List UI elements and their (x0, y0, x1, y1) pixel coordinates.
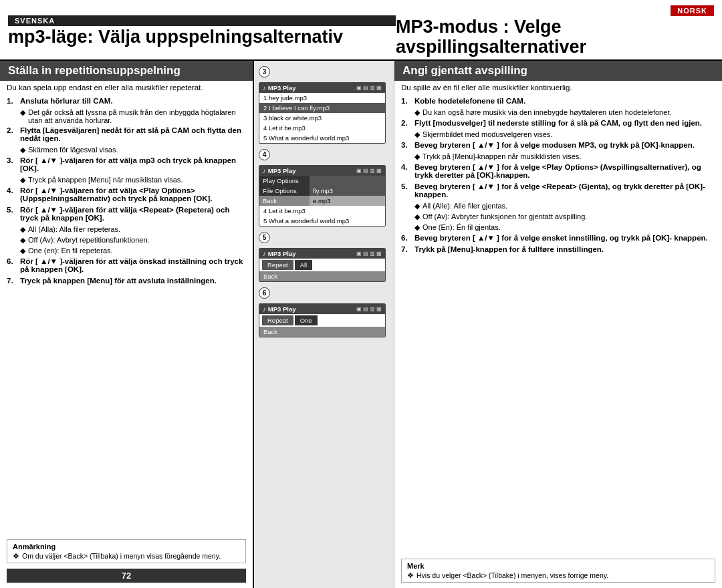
page: SVENSKA mp3-läge: Välja uppspelningsalte… (0, 0, 722, 588)
screen-5-header: ♪ MP3 Play ▣ ▤ ▥ ▦ (259, 249, 385, 259)
step-5: 5. Rör [ ▲/▼ ]-väljaren för att välja <R… (7, 206, 246, 222)
right-step-3: 3. Beveg bryteren [ ▲/▼ ] for å velge mo… (401, 141, 715, 149)
screen-3-row-0: 1 hey jude.mp3 (259, 93, 385, 103)
right-title-block: NORSK MP3-modus : Velge avspillingsalter… (396, 5, 714, 57)
screen-5: ♪ MP3 Play ▣ ▤ ▥ ▦ Repeat All (259, 248, 386, 282)
screen-5-icons: ▣ ▤ ▥ ▦ (356, 251, 382, 257)
screen-6-title: ♪ MP3 Play (263, 305, 295, 313)
right-section-title: Angi gjentatt avspilling (394, 61, 722, 81)
right-step-4: 4. Beveg bryteren [ ▲/▼ ] for å velge <P… (401, 163, 715, 179)
right-intro: Du spille av én fil eller alle musikkfil… (394, 81, 722, 94)
screen-5-step-badge: 5 (259, 232, 270, 243)
step-1-bullet-0: Det går också att lyssna på musik från d… (7, 108, 246, 124)
right-step-2: 2. Flytt [modusvelger] til nederste stil… (401, 119, 715, 127)
right-note: Merk Hvis du velger <Back> (Tilbake) i m… (401, 559, 715, 583)
left-column: Ställa in repetitionsuppspelning Du kan … (0, 61, 254, 588)
screen-3-row-1: 2 I believe I can fly.mp3 (259, 103, 385, 113)
page-number: 72 (7, 569, 246, 583)
screen-4: ♪ MP3 Play ▣ ▤ ▥ ▦ Play Options (259, 165, 386, 227)
title-bar: SVENSKA mp3-läge: Välja uppspelningsalte… (0, 0, 722, 61)
right-step-5-bullet-1: Off (Av): Avbryter funksjonen for gjenta… (401, 212, 715, 221)
left-note: Anmärkning Om du väljer <Back> (Tillbaka… (7, 539, 246, 563)
left-note-0: Om du väljer <Back> (Tillbaka) i menyn v… (13, 552, 240, 560)
right-step-6: 6. Beveg bryteren [ ▲/▼ ] for å velge øn… (401, 234, 715, 242)
step-2: 2. Flytta [Lägesväljaren] nedåt för att … (7, 126, 246, 142)
right-note-0: Hvis du velger <Back> (Tilbake) i menyen… (407, 571, 709, 579)
screen-4-header: ♪ MP3 Play ▣ ▤ ▥ ▦ (259, 166, 385, 176)
screen-5-repeat: Repeat All (259, 259, 385, 271)
screen-6-back: Back (259, 327, 385, 337)
right-step-5: 5. Beveg bryteren [ ▲/▼ ] for å velge <R… (401, 182, 715, 198)
step-4: 4. Rör [ ▲/▼ ]-väljaren för att välja <P… (7, 186, 246, 202)
body: Ställa in repetitionsuppspelning Du kan … (0, 61, 722, 588)
left-steps: 1. Ansluta hörlurar till CAM. Det går oc… (0, 94, 253, 535)
right-column: Angi gjentatt avspilling Du spille av én… (394, 61, 722, 588)
step-7: 7. Tryck på knappen [Menu] för att avslu… (7, 277, 246, 285)
screen-3-step-badge: 3 (259, 66, 270, 78)
left-note-title: Anmärkning (13, 543, 240, 551)
step-5-bullet-0: All (Alla): Alla filer repeteras. (7, 225, 246, 234)
screen-6-repeat: Repeat One (259, 314, 385, 327)
right-main-title: MP3-modus : Velge avspillingsalternative… (396, 17, 714, 57)
right-note-title: Merk (407, 562, 709, 570)
screen-3-row-2: 3 black or white.mp3 (259, 113, 385, 123)
screen-4-wrapper: 4 ♪ MP3 Play ▣ ▤ ▥ ▦ (259, 149, 389, 227)
screen-3-label-row: 3 (259, 66, 270, 80)
screen-3-icons: ▣ ▤ ▥ ▦ (356, 85, 382, 91)
step-6: 6. Rör [ ▲/▼ ]-väljaren för att välja ön… (7, 257, 246, 273)
right-step-7: 7. Trykk på [Menu]-knappen for å fullfør… (401, 245, 715, 253)
step-3-bullet-0: Tryck på knappen [Menu] när musiklistan … (7, 176, 246, 184)
left-lang-badge: SVENSKA (8, 15, 396, 26)
screen-4-title: ♪ MP3 Play (263, 167, 295, 174)
left-intro: Du kan spela upp endast en eller alla mu… (0, 81, 253, 94)
screen-3-title: ♪ MP3 Play (263, 84, 295, 92)
screen-3: ♪ MP3 Play ▣ ▤ ▥ ▦ 1 hey jude.mp3 2 I be… (259, 82, 386, 144)
step-5-bullet-2: One (en): En fil repeteras. (7, 247, 246, 255)
screen-6: ♪ MP3 Play ▣ ▤ ▥ ▦ Repeat One (259, 303, 386, 337)
right-step-5-bullet-2: One (En): Én fil gjentas. (401, 223, 715, 232)
step-2-bullet-0: Skärmen för lägesval visas. (7, 146, 246, 154)
screen-4-play-options: Play Options (259, 176, 385, 186)
screen-5-wrapper: 5 ♪ MP3 Play ▣ ▤ ▥ ▦ (259, 232, 389, 282)
step-3: 3. Rör [ ▲/▼ ]-väljaren för att välja mp… (7, 156, 246, 172)
right-step-1: 1. Koble hodetelefonene til CAM. (401, 97, 715, 105)
screen-6-wrapper: 6 ♪ MP3 Play ▣ ▤ ▥ ▦ (259, 287, 389, 337)
screen-4-back: Back e.mp3 (259, 196, 385, 206)
right-steps: 1. Koble hodetelefonene til CAM. Du kan … (394, 94, 722, 555)
step-1: 1. Ansluta hörlurar till CAM. (7, 97, 246, 105)
screen-6-step-badge: 6 (259, 287, 270, 299)
screen-4-step-badge: 4 (259, 149, 270, 160)
screen-3-row-4: 5 What a wonderful world.mp3 (259, 133, 385, 143)
screen-3-wrapper: 3 ♪ MP3 Play ▣ ▤ ▥ ▦ (259, 66, 389, 144)
right-lang-badge: NORSK (671, 5, 714, 16)
left-main-title: mp3-läge: Välja uppspelningsalternativ (8, 27, 396, 47)
right-step-3-bullet-0: Trykk på [Menu]-knappen når musikklisten… (401, 152, 715, 161)
screen-4-icons: ▣ ▤ ▥ ▦ (356, 168, 382, 174)
screen-5-title: ♪ MP3 Play (263, 250, 295, 257)
left-section-title: Ställa in repetitionsuppspelning (0, 61, 253, 81)
screen-4-row-4: 5 What a wonderful world.mp3 (259, 216, 385, 226)
right-step-1-bullet-0: Du kan også høre musikk via den innebygd… (401, 108, 715, 117)
screen-3-row-3: 4 Let it be.mp3 (259, 123, 385, 133)
screen-3-header: ♪ MP3 Play ▣ ▤ ▥ ▦ (259, 83, 385, 93)
screen-5-back: Back (259, 271, 385, 281)
screen-4-file-options: File Options fly.mp3 (259, 186, 385, 196)
right-step-5-bullet-0: All (Alle): Alle filer gjentas. (401, 202, 715, 210)
screen-4-row-3: 4 Let it be.mp3 (259, 206, 385, 216)
screen-6-icons: ▣ ▤ ▥ ▦ (356, 306, 382, 312)
right-step-2-bullet-0: Skjermbildet med modusvelgeren vises. (401, 130, 715, 139)
screens-column: 3 ♪ MP3 Play ▣ ▤ ▥ ▦ (254, 61, 394, 588)
left-title-block: SVENSKA mp3-läge: Välja uppspelningsalte… (8, 15, 396, 47)
step-5-bullet-1: Off (Av): Avbryt repetitionsfunktionen. (7, 236, 246, 245)
screen-6-header: ♪ MP3 Play ▣ ▤ ▥ ▦ (259, 304, 385, 314)
